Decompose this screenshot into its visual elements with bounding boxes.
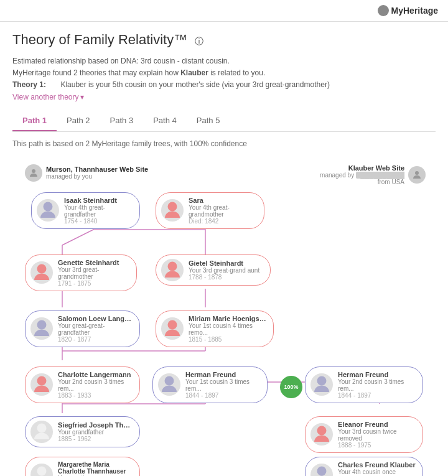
tab-path1[interactable]: Path 1 bbox=[12, 111, 57, 131]
info-section: Estimated relationship based on DNA: 3rd… bbox=[12, 55, 436, 103]
svg-point-36 bbox=[165, 376, 174, 386]
info-siegfried: Siegfried Joseph Thannhauser Your grandf… bbox=[58, 421, 133, 442]
role-eleanor: Your 3rd cousin twice removed bbox=[338, 428, 416, 442]
role-charles: Your 4th cousin once removed bbox=[338, 469, 416, 476]
role-herman-r: Your 2nd cousin 3 times rem... bbox=[338, 378, 416, 392]
info-sara: Sara Your 4th great-grandmother Died: 18… bbox=[189, 197, 258, 225]
dates-sara: Died: 1842 bbox=[189, 218, 258, 225]
person-card-charlotte[interactable]: Charlotte Langermann Your 2nd cousin 3 t… bbox=[25, 366, 140, 403]
right-site-badge: Klauber Web Site managed by N██████████ … bbox=[320, 164, 426, 185]
main-content: Theory of Family Relativity™ ⓘ Estimated… bbox=[0, 22, 448, 476]
right-site-managed: managed by N██████████ bbox=[320, 172, 404, 179]
tab-path3[interactable]: Path 3 bbox=[100, 111, 144, 131]
left-site-badge: Murson, Thannhauser Web Site managed by … bbox=[25, 164, 148, 182]
info-salomon: Salomon Loew Langermann Your great-great… bbox=[58, 315, 133, 343]
role-salomon: Your great-great-grandfather bbox=[58, 322, 133, 336]
logo-icon bbox=[378, 5, 389, 16]
name-isaak: Isaak Steinhardt bbox=[64, 197, 133, 204]
dates-genette: 1791 - 1875 bbox=[58, 280, 130, 287]
role-sara: Your 4th great-grandmother bbox=[189, 204, 258, 218]
person-card-isaak[interactable]: Isaak Steinhardt Your 4th great-grandfat… bbox=[31, 192, 140, 229]
logo-text: MyHeritage bbox=[391, 6, 438, 16]
svg-line-3 bbox=[62, 230, 93, 245]
theory1: Theory 1: Klauber is your 5th cousin on … bbox=[12, 79, 436, 91]
person-card-herman-l[interactable]: Herman Freund Your 1st cousin 3 times re… bbox=[152, 366, 268, 403]
header: MyHeritage bbox=[0, 0, 448, 22]
dates-eleanor: 1888 - 1975 bbox=[338, 442, 416, 449]
info-gietel: Gietel Steinhardt Your 3rd great-grand a… bbox=[189, 259, 264, 281]
svg-point-35 bbox=[37, 376, 47, 386]
name-gietel: Gietel Steinhardt bbox=[189, 259, 264, 267]
role-miriam: Your 1st cousin 4 times remo... bbox=[189, 322, 267, 336]
avatar-miriam bbox=[161, 317, 184, 340]
name-charles: Charles Freund Klauber bbox=[338, 461, 416, 469]
person-card-herman-r[interactable]: Herman Freund Your 2nd cousin 3 times re… bbox=[305, 366, 423, 403]
svg-point-28 bbox=[415, 171, 419, 175]
svg-point-33 bbox=[37, 320, 47, 330]
dates-salomon: 1820 - 1877 bbox=[58, 336, 133, 343]
avatar-isaak bbox=[37, 199, 59, 222]
avatar-siegfried bbox=[30, 421, 53, 443]
person-card-sara[interactable]: Sara Your 4th great-grandmother Died: 18… bbox=[156, 192, 264, 229]
name-herman-r: Herman Freund bbox=[338, 371, 416, 378]
name-margarethe: Margarethe Maria Charlotte Thannhauser bbox=[58, 461, 133, 475]
info-margarethe: Margarethe Maria Charlotte Thannhauser Y… bbox=[58, 461, 133, 476]
left-site-avatar bbox=[25, 164, 42, 182]
tree-area: Murson, Thannhauser Web Site managed by … bbox=[12, 158, 436, 476]
svg-point-30 bbox=[168, 202, 177, 212]
view-another-link[interactable]: View another theory ▾ bbox=[12, 91, 84, 103]
svg-point-38 bbox=[37, 423, 47, 432]
info-herman-r: Herman Freund Your 2nd cousin 3 times re… bbox=[338, 371, 416, 399]
person-card-gietel[interactable]: Gietel Steinhardt Your 3rd great-grand a… bbox=[156, 254, 271, 286]
svg-point-32 bbox=[168, 261, 177, 271]
person-card-charles[interactable]: Charles Freund Klauber Your 4th cousin o… bbox=[305, 457, 423, 476]
page-title: Theory of Family Relativity™ ⓘ bbox=[12, 32, 436, 48]
dates-charlotte: 1883 - 1933 bbox=[58, 392, 133, 399]
svg-point-39 bbox=[317, 426, 327, 436]
person-card-eleanor[interactable]: Eleanor Freund Your 3rd cousin twice rem… bbox=[305, 416, 423, 453]
dates-herman-r: 1844 - 1897 bbox=[338, 392, 416, 399]
dates-herman-l: 1844 - 1897 bbox=[185, 392, 261, 399]
name-siegfried: Siegfried Joseph Thannhauser bbox=[58, 421, 133, 429]
right-site-name: Klauber Web Site bbox=[320, 164, 404, 172]
tabs-bar: Path 1 Path 2 Path 3 Path 4 Path 5 bbox=[12, 111, 436, 132]
dates-gietel: 1788 - 1878 bbox=[189, 274, 264, 281]
avatar-genette bbox=[30, 261, 53, 284]
percent-badge: 100% bbox=[280, 376, 302, 398]
avatar-margarethe bbox=[30, 464, 53, 476]
name-genette: Genette Steinhardt bbox=[58, 259, 130, 266]
avatar-gietel bbox=[161, 259, 184, 281]
svg-point-40 bbox=[37, 466, 47, 475]
person-card-miriam[interactable]: Miriam Marie Hoenigsberger Your 1st cous… bbox=[156, 310, 274, 347]
tab-path5[interactable]: Path 5 bbox=[187, 111, 230, 131]
found-theories: MyHeritage found 2 theories that may exp… bbox=[12, 67, 436, 79]
avatar-salomon bbox=[30, 317, 53, 340]
avatar-eleanor bbox=[310, 423, 333, 446]
right-site-location: from USA bbox=[320, 179, 404, 185]
avatar-charlotte bbox=[30, 373, 53, 396]
confidence-text: This path is based on 2 MyHeritage famil… bbox=[12, 139, 436, 148]
svg-point-29 bbox=[44, 202, 53, 212]
info-charles: Charles Freund Klauber Your 4th cousin o… bbox=[338, 461, 416, 476]
person-card-salomon[interactable]: Salomon Loew Langermann Your great-great… bbox=[25, 310, 140, 347]
role-isaak: Your 4th great-grandfather bbox=[64, 204, 133, 218]
role-genette: Your 3rd great-grandmother bbox=[58, 266, 130, 280]
tab-path2[interactable]: Path 2 bbox=[57, 111, 100, 131]
person-card-margarethe[interactable]: Margarethe Maria Charlotte Thannhauser Y… bbox=[25, 457, 140, 476]
left-site-managed: managed by you bbox=[46, 173, 148, 180]
info-charlotte: Charlotte Langermann Your 2nd cousin 3 t… bbox=[58, 371, 133, 399]
tab-path4[interactable]: Path 4 bbox=[143, 111, 187, 131]
person-card-genette[interactable]: Genette Steinhardt Your 3rd great-grandm… bbox=[25, 254, 137, 291]
person-name: Klauber bbox=[180, 68, 208, 77]
info-herman-l: Herman Freund Your 1st cousin 3 times re… bbox=[185, 371, 261, 399]
name-miriam: Miriam Marie Hoenigsberger bbox=[189, 315, 267, 322]
name-herman-l: Herman Freund bbox=[185, 371, 261, 378]
avatar-charles bbox=[310, 464, 333, 476]
info-miriam: Miriam Marie Hoenigsberger Your 1st cous… bbox=[189, 315, 267, 343]
role-gietel: Your 3rd great-grand aunt bbox=[189, 267, 264, 274]
person-card-siegfried[interactable]: Siegfried Joseph Thannhauser Your grandf… bbox=[25, 416, 140, 447]
role-charlotte: Your 2nd cousin 3 times rem... bbox=[58, 378, 133, 392]
info-icon[interactable]: ⓘ bbox=[195, 36, 203, 46]
info-eleanor: Eleanor Freund Your 3rd cousin twice rem… bbox=[338, 421, 416, 449]
left-site-name: Murson, Thannhauser Web Site bbox=[46, 166, 148, 173]
